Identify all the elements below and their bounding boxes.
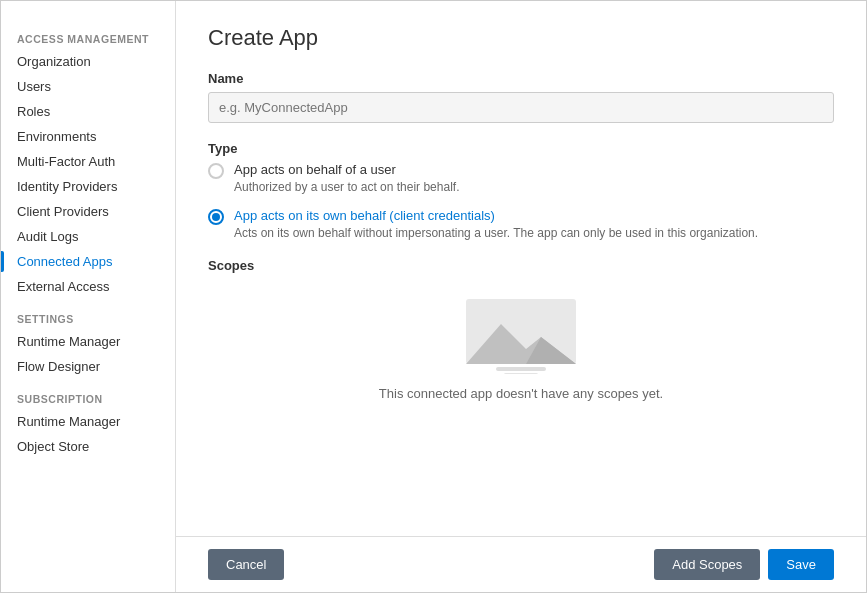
sidebar-section-settings: SETTINGS	[1, 299, 175, 329]
svg-rect-3	[496, 367, 546, 371]
sidebar-item-users[interactable]: Users	[1, 74, 175, 99]
type-radio-group: App acts on behalf of a user Authorized …	[208, 162, 834, 242]
radio-client-text: App acts on its own behalf (client crede…	[234, 208, 758, 242]
svg-rect-4	[504, 373, 538, 374]
radio-user-text: App acts on behalf of a user Authorized …	[234, 162, 459, 196]
sidebar-item-audit-logs[interactable]: Audit Logs	[1, 224, 175, 249]
sidebar-item-roles[interactable]: Roles	[1, 99, 175, 124]
scopes-empty-text: This connected app doesn't have any scop…	[379, 386, 663, 401]
footer-right-buttons: Add Scopes Save	[654, 549, 834, 580]
add-scopes-button[interactable]: Add Scopes	[654, 549, 760, 580]
sidebar-item-client-providers[interactable]: Client Providers	[1, 199, 175, 224]
sidebar-item-flow-designer[interactable]: Flow Designer	[1, 354, 175, 379]
sidebar-item-runtime-manager-sub[interactable]: Runtime Manager	[1, 409, 175, 434]
sidebar-section-access: ACCESS MANAGEMENT	[1, 19, 175, 49]
main-panel: Create App Name Type App acts on behalf …	[176, 1, 866, 592]
radio-option-user[interactable]: App acts on behalf of a user Authorized …	[208, 162, 834, 196]
app-window: ACCESS MANAGEMENT Organization Users Rol…	[0, 0, 867, 593]
radio-client-circle[interactable]	[208, 209, 224, 225]
type-label: Type	[208, 141, 834, 156]
empty-illustration	[466, 299, 576, 374]
scopes-label: Scopes	[208, 258, 834, 273]
name-label: Name	[208, 71, 834, 86]
radio-option-client[interactable]: App acts on its own behalf (client crede…	[208, 208, 834, 242]
sidebar-item-external-access[interactable]: External Access	[1, 274, 175, 299]
scopes-empty-state: This connected app doesn't have any scop…	[208, 283, 834, 409]
sidebar-item-runtime-manager-settings[interactable]: Runtime Manager	[1, 329, 175, 354]
name-input[interactable]	[208, 92, 834, 123]
sidebar: ACCESS MANAGEMENT Organization Users Rol…	[1, 1, 176, 592]
radio-user-title: App acts on behalf of a user	[234, 162, 459, 177]
radio-client-desc: Acts on its own behalf without impersona…	[234, 225, 758, 242]
radio-user-circle[interactable]	[208, 163, 224, 179]
main-content: Create App Name Type App acts on behalf …	[176, 1, 866, 536]
sidebar-item-identity-providers[interactable]: Identity Providers	[1, 174, 175, 199]
sidebar-section-subscription: SUBSCRIPTION	[1, 379, 175, 409]
sidebar-item-object-store[interactable]: Object Store	[1, 434, 175, 459]
scopes-section: Scopes This connected app doesn't have a…	[208, 258, 834, 409]
radio-client-title: App acts on its own behalf (client crede…	[234, 208, 758, 223]
sidebar-item-organization[interactable]: Organization	[1, 49, 175, 74]
sidebar-item-connected-apps[interactable]: Connected Apps	[1, 249, 175, 274]
sidebar-item-mfa[interactable]: Multi-Factor Auth	[1, 149, 175, 174]
sidebar-item-environments[interactable]: Environments	[1, 124, 175, 149]
footer: Cancel Add Scopes Save	[176, 536, 866, 592]
page-title: Create App	[208, 25, 834, 51]
save-button[interactable]: Save	[768, 549, 834, 580]
cancel-button[interactable]: Cancel	[208, 549, 284, 580]
radio-user-desc: Authorized by a user to act on their beh…	[234, 179, 459, 196]
